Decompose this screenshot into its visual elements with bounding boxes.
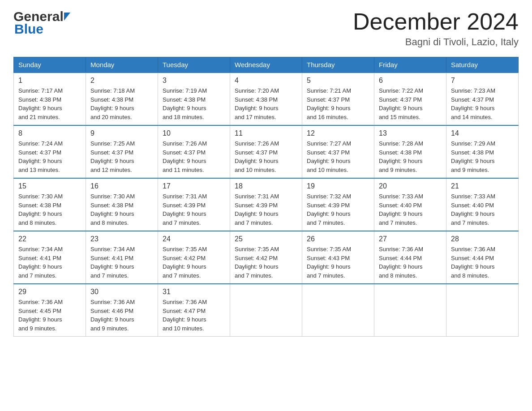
- table-row: 14Sunrise: 7:29 AMSunset: 4:38 PMDayligh…: [446, 125, 519, 178]
- day-info: Sunrise: 7:20 AMSunset: 4:38 PMDaylight:…: [235, 86, 297, 121]
- table-row: [302, 284, 374, 337]
- header-sunday: Sunday: [14, 57, 86, 73]
- day-number: 9: [90, 129, 153, 137]
- day-info: Sunrise: 7:35 AMSunset: 4:43 PMDaylight:…: [307, 245, 369, 280]
- table-row: 30Sunrise: 7:36 AMSunset: 4:46 PMDayligh…: [86, 284, 158, 337]
- day-info: Sunrise: 7:35 AMSunset: 4:42 PMDaylight:…: [163, 245, 225, 280]
- table-row: 16Sunrise: 7:30 AMSunset: 4:38 PMDayligh…: [86, 178, 158, 231]
- day-info: Sunrise: 7:36 AMSunset: 4:44 PMDaylight:…: [379, 245, 442, 280]
- table-row: 15Sunrise: 7:30 AMSunset: 4:38 PMDayligh…: [14, 178, 86, 231]
- table-row: 11Sunrise: 7:26 AMSunset: 4:37 PMDayligh…: [230, 125, 302, 178]
- day-info: Sunrise: 7:32 AMSunset: 4:39 PMDaylight:…: [307, 192, 369, 227]
- header-row: SundayMondayTuesdayWednesdayThursdayFrid…: [14, 57, 519, 73]
- day-info: Sunrise: 7:19 AMSunset: 4:38 PMDaylight:…: [163, 86, 225, 121]
- day-number: 18: [235, 182, 297, 190]
- week-row-2: 8Sunrise: 7:24 AMSunset: 4:37 PMDaylight…: [14, 125, 519, 178]
- table-row: 27Sunrise: 7:36 AMSunset: 4:44 PMDayligh…: [374, 231, 446, 284]
- day-info: Sunrise: 7:25 AMSunset: 4:37 PMDaylight:…: [90, 139, 153, 174]
- day-info: Sunrise: 7:29 AMSunset: 4:38 PMDaylight:…: [451, 139, 514, 174]
- table-row: 18Sunrise: 7:31 AMSunset: 4:39 PMDayligh…: [230, 178, 302, 231]
- day-info: Sunrise: 7:33 AMSunset: 4:40 PMDaylight:…: [379, 192, 442, 227]
- table-row: [374, 284, 446, 337]
- day-number: 20: [379, 182, 442, 190]
- day-info: Sunrise: 7:28 AMSunset: 4:38 PMDaylight:…: [379, 139, 442, 174]
- table-row: 25Sunrise: 7:35 AMSunset: 4:42 PMDayligh…: [230, 231, 302, 284]
- table-row: 22Sunrise: 7:34 AMSunset: 4:41 PMDayligh…: [14, 231, 86, 284]
- table-row: 28Sunrise: 7:36 AMSunset: 4:44 PMDayligh…: [446, 231, 519, 284]
- header-wednesday: Wednesday: [230, 57, 302, 73]
- table-row: [446, 284, 519, 337]
- day-info: Sunrise: 7:22 AMSunset: 4:37 PMDaylight:…: [379, 86, 442, 121]
- table-row: 24Sunrise: 7:35 AMSunset: 4:42 PMDayligh…: [158, 231, 230, 284]
- day-number: 24: [163, 235, 225, 243]
- day-number: 13: [379, 129, 442, 137]
- day-info: Sunrise: 7:30 AMSunset: 4:38 PMDaylight:…: [90, 192, 153, 227]
- day-info: Sunrise: 7:23 AMSunset: 4:37 PMDaylight:…: [451, 86, 514, 121]
- day-number: 10: [163, 129, 225, 137]
- day-info: Sunrise: 7:30 AMSunset: 4:38 PMDaylight:…: [18, 192, 81, 227]
- title-section: December 2024 Bagni di Tivoli, Lazio, It…: [353, 9, 519, 48]
- day-info: Sunrise: 7:31 AMSunset: 4:39 PMDaylight:…: [235, 192, 297, 227]
- table-row: 9Sunrise: 7:25 AMSunset: 4:37 PMDaylight…: [86, 125, 158, 178]
- day-info: Sunrise: 7:34 AMSunset: 4:41 PMDaylight:…: [18, 245, 81, 280]
- table-row: 20Sunrise: 7:33 AMSunset: 4:40 PMDayligh…: [374, 178, 446, 231]
- day-info: Sunrise: 7:31 AMSunset: 4:39 PMDaylight:…: [163, 192, 225, 227]
- table-row: 17Sunrise: 7:31 AMSunset: 4:39 PMDayligh…: [158, 178, 230, 231]
- day-info: Sunrise: 7:36 AMSunset: 4:44 PMDaylight:…: [451, 245, 514, 280]
- header-friday: Friday: [374, 57, 446, 73]
- day-info: Sunrise: 7:36 AMSunset: 4:46 PMDaylight:…: [90, 298, 153, 333]
- table-row: 2Sunrise: 7:18 AMSunset: 4:38 PMDaylight…: [86, 73, 158, 125]
- day-info: Sunrise: 7:33 AMSunset: 4:40 PMDaylight:…: [451, 192, 514, 227]
- header-tuesday: Tuesday: [158, 57, 230, 73]
- week-row-5: 29Sunrise: 7:36 AMSunset: 4:45 PMDayligh…: [14, 284, 519, 337]
- week-row-1: 1Sunrise: 7:17 AMSunset: 4:38 PMDaylight…: [14, 73, 519, 125]
- table-row: 3Sunrise: 7:19 AMSunset: 4:38 PMDaylight…: [158, 73, 230, 125]
- day-number: 2: [90, 77, 153, 85]
- week-row-4: 22Sunrise: 7:34 AMSunset: 4:41 PMDayligh…: [14, 231, 519, 284]
- day-number: 5: [307, 77, 369, 85]
- header-thursday: Thursday: [302, 57, 374, 73]
- table-row: 26Sunrise: 7:35 AMSunset: 4:43 PMDayligh…: [302, 231, 374, 284]
- day-info: Sunrise: 7:26 AMSunset: 4:37 PMDaylight:…: [163, 139, 225, 174]
- header-monday: Monday: [86, 57, 158, 73]
- day-number: 7: [451, 77, 514, 85]
- week-row-3: 15Sunrise: 7:30 AMSunset: 4:38 PMDayligh…: [14, 178, 519, 231]
- day-number: 8: [18, 129, 81, 137]
- day-number: 16: [90, 182, 153, 190]
- table-row: 4Sunrise: 7:20 AMSunset: 4:38 PMDaylight…: [230, 73, 302, 125]
- table-row: 23Sunrise: 7:34 AMSunset: 4:41 PMDayligh…: [86, 231, 158, 284]
- day-number: 25: [235, 235, 297, 243]
- day-number: 30: [90, 288, 153, 296]
- day-info: Sunrise: 7:17 AMSunset: 4:38 PMDaylight:…: [18, 86, 81, 121]
- day-number: 14: [451, 129, 514, 137]
- table-row: 8Sunrise: 7:24 AMSunset: 4:37 PMDaylight…: [14, 125, 86, 178]
- day-number: 4: [235, 77, 297, 85]
- location-title: Bagni di Tivoli, Lazio, Italy: [353, 36, 519, 48]
- day-info: Sunrise: 7:24 AMSunset: 4:37 PMDaylight:…: [18, 139, 81, 174]
- day-number: 28: [451, 235, 514, 243]
- table-row: 13Sunrise: 7:28 AMSunset: 4:38 PMDayligh…: [374, 125, 446, 178]
- day-number: 29: [18, 288, 81, 296]
- logo-line2: Blue: [14, 21, 70, 37]
- header-saturday: Saturday: [446, 57, 519, 73]
- day-number: 22: [18, 235, 81, 243]
- day-number: 15: [18, 182, 81, 190]
- day-number: 1: [18, 77, 81, 85]
- day-number: 31: [163, 288, 225, 296]
- logo: General Blue: [13, 9, 70, 37]
- page-header: General Blue December 2024 Bagni di Tivo…: [13, 9, 519, 48]
- day-number: 19: [307, 182, 369, 190]
- day-number: 21: [451, 182, 514, 190]
- table-row: 29Sunrise: 7:36 AMSunset: 4:45 PMDayligh…: [14, 284, 86, 337]
- month-title: December 2024: [353, 9, 519, 34]
- day-number: 17: [163, 182, 225, 190]
- table-row: 31Sunrise: 7:36 AMSunset: 4:47 PMDayligh…: [158, 284, 230, 337]
- day-number: 26: [307, 235, 369, 243]
- day-info: Sunrise: 7:18 AMSunset: 4:38 PMDaylight:…: [90, 86, 153, 121]
- day-info: Sunrise: 7:34 AMSunset: 4:41 PMDaylight:…: [90, 245, 153, 280]
- day-number: 6: [379, 77, 442, 85]
- day-number: 3: [163, 77, 225, 85]
- day-number: 27: [379, 235, 442, 243]
- logo-arrow-icon: [64, 13, 70, 21]
- day-info: Sunrise: 7:27 AMSunset: 4:37 PMDaylight:…: [307, 139, 369, 174]
